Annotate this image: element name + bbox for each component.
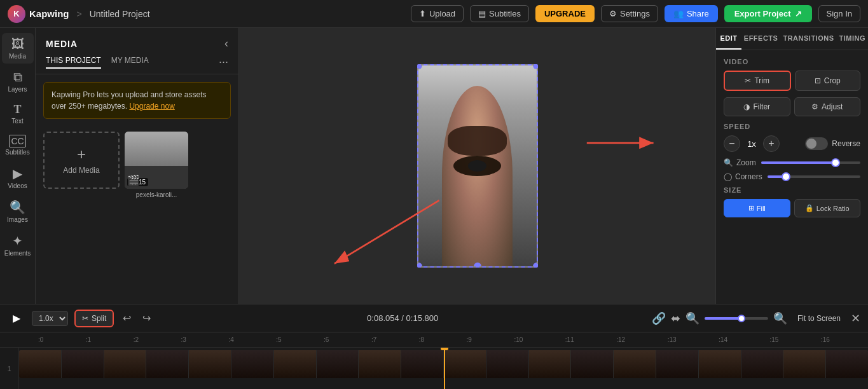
tab-effects[interactable]: EFFECTS (741, 28, 781, 50)
track-frame-19 (783, 350, 825, 378)
track-frame-10 (401, 350, 443, 378)
ruler-marks: :0 :1 :2 :3 :4 :5 :6 :7 :8 :9 :10 :11 :1… (38, 336, 830, 343)
canvas-video[interactable]: ↻ (417, 64, 538, 268)
section-speed-label: SPEED (724, 123, 860, 130)
tab-transitions[interactable]: TRANSITIONS (780, 28, 836, 50)
fit-to-screen-button[interactable]: Fit to Screen (792, 311, 846, 325)
filter-btn-row: ◑ Filter ⚙ Adjust (724, 97, 860, 116)
signin-button[interactable]: Sign In (818, 5, 860, 22)
ruler-mark-9: :9 (467, 336, 472, 343)
ruler-mark-16: :16 (821, 336, 830, 343)
playhead[interactable] (444, 348, 445, 389)
ruler-mark-2: :2 (134, 336, 139, 343)
resize-handle-bl[interactable] (417, 263, 422, 268)
sidebar-item-layers[interactable]: ⧉ Layers (2, 66, 34, 97)
subtitles-button[interactable]: ▤ Subtitles (470, 5, 529, 22)
sidebar-item-label-videos: Videos (8, 182, 27, 189)
adjust-button[interactable]: ⚙ Adjust (794, 97, 861, 116)
undo-button[interactable]: ↩ (120, 310, 134, 327)
reverse-toggle[interactable] (805, 137, 828, 150)
canvas-area[interactable]: ↻ (239, 28, 715, 304)
crop-button[interactable]: ⊡ Crop (795, 71, 861, 91)
timeline-zoom-slider[interactable] (705, 317, 768, 320)
track-frame-11 (444, 350, 486, 378)
current-time: 0:08.054 (367, 313, 399, 323)
crop-icon: ⊡ (815, 76, 821, 85)
timeline-zoom-fill (705, 317, 743, 320)
zoom-slider[interactable] (761, 161, 860, 164)
timeline-zoom-minus[interactable]: 🔍 (685, 311, 699, 325)
share-button[interactable]: 👥 Share (665, 5, 718, 22)
timeline-zoom-thumb[interactable] (738, 315, 745, 322)
speed-value: 1x (745, 139, 758, 149)
media-more-icon[interactable]: ··· (219, 55, 228, 69)
track-frame-6 (231, 350, 273, 378)
redo-button[interactable]: ↪ (140, 310, 153, 327)
settings-button[interactable]: ⚙ Settings (601, 5, 658, 22)
zoom-label: 🔍 Zoom (724, 158, 756, 167)
zoom-slider-thumb[interactable] (831, 158, 840, 167)
share-icon: 👥 (673, 9, 684, 18)
sidebar-item-label-media: Media (9, 53, 26, 60)
project-title[interactable]: Untitled Project (90, 9, 150, 19)
export-button[interactable]: Export Project ↗ (724, 5, 812, 22)
resize-handle-bm[interactable] (474, 263, 481, 268)
track-frame-2 (62, 350, 104, 378)
close-timeline-button[interactable]: ✕ (851, 311, 860, 325)
upload-button[interactable]: ⬆ Upload (411, 5, 464, 22)
timeline-zoom-out-icon[interactable]: 🔗 (652, 311, 666, 325)
collapse-panel-button[interactable]: ‹ (224, 37, 228, 50)
add-media-button[interactable]: + Add Media (43, 132, 120, 189)
tab-my-media[interactable]: MY MEDIA (111, 56, 149, 69)
corners-slider-thumb[interactable] (782, 172, 790, 181)
right-content: VIDEO ✂ Trim ⊡ Crop ◑ Filter ⚙ Adjus (716, 50, 868, 304)
corners-slider[interactable] (768, 175, 860, 178)
sidebar-item-label-subtitles: Subtitles (5, 149, 29, 156)
sidebar-item-elements[interactable]: ✦ Elements (2, 229, 34, 261)
timeline-split-icon[interactable]: ⬌ (671, 311, 680, 325)
track-content[interactable] (19, 348, 868, 389)
adjust-icon: ⚙ (811, 102, 818, 111)
tab-this-project[interactable]: THIS PROJECT (46, 56, 101, 69)
ruler-mark-14: :14 (719, 336, 727, 343)
lock-ratio-button[interactable]: 🔒 Lock Ratio (794, 199, 861, 217)
app-logo[interactable]: K Kapwing (8, 5, 69, 23)
track-number: 1 (0, 348, 19, 389)
promo-box: Kapwing Pro lets you upload and store as… (43, 82, 231, 119)
upgrade-link[interactable]: Upgrade now (129, 102, 174, 111)
speed-plus-button[interactable]: + (763, 135, 780, 152)
timeline-area: :0 :1 :2 :3 :4 :5 :6 :7 :8 :9 :10 :11 :1… (0, 332, 868, 389)
trim-button[interactable]: ✂ Trim (724, 71, 791, 91)
sidebar-item-media[interactable]: 🖼 Media (2, 33, 34, 64)
plus-icon: + (77, 146, 86, 163)
play-button[interactable]: ▶ (8, 310, 25, 327)
eye-element (453, 156, 500, 176)
sidebar-item-subtitles[interactable]: CC Subtitles (2, 131, 34, 160)
export-icon: ↗ (795, 9, 802, 18)
speed-minus-button[interactable]: − (724, 135, 740, 152)
sidebar-item-videos[interactable]: ▶ Videos (2, 162, 34, 193)
reverse-toggle-row: Reverse (805, 137, 860, 150)
sidebar-item-label-text: Text (11, 118, 23, 125)
sidebar-item-images[interactable]: 🔍 Images (2, 196, 34, 227)
timeline-zoom-plus[interactable]: 🔍 (773, 311, 787, 325)
track-frame-13 (529, 350, 571, 378)
media-thumbnail[interactable]: 00:15 🎬 (125, 132, 188, 189)
zoom-slider-row: 🔍 Zoom (724, 158, 860, 167)
resize-handle-br[interactable] (533, 263, 538, 268)
filter-button[interactable]: ◑ Filter (724, 97, 790, 116)
upgrade-button[interactable]: UPGRADE (535, 5, 595, 22)
playback-speed-select[interactable]: 1.0x (32, 311, 68, 326)
ruler-mark-0: :0 (38, 336, 43, 343)
tab-timing[interactable]: TIMING (837, 28, 869, 50)
ruler-mark-1: :1 (86, 336, 91, 343)
fill-button[interactable]: ⊞ Fill (724, 199, 790, 217)
ruler-mark-5: :5 (276, 336, 281, 343)
tab-edit[interactable]: EDIT (716, 28, 741, 50)
sidebar-item-text[interactable]: T Text (2, 99, 34, 128)
elements-icon: ✦ (12, 233, 23, 249)
face-shape (442, 86, 513, 266)
track-frame-7 (274, 350, 316, 378)
video-filename: pexels-karoli... (125, 191, 188, 198)
split-button[interactable]: ✂ Split (74, 310, 114, 327)
